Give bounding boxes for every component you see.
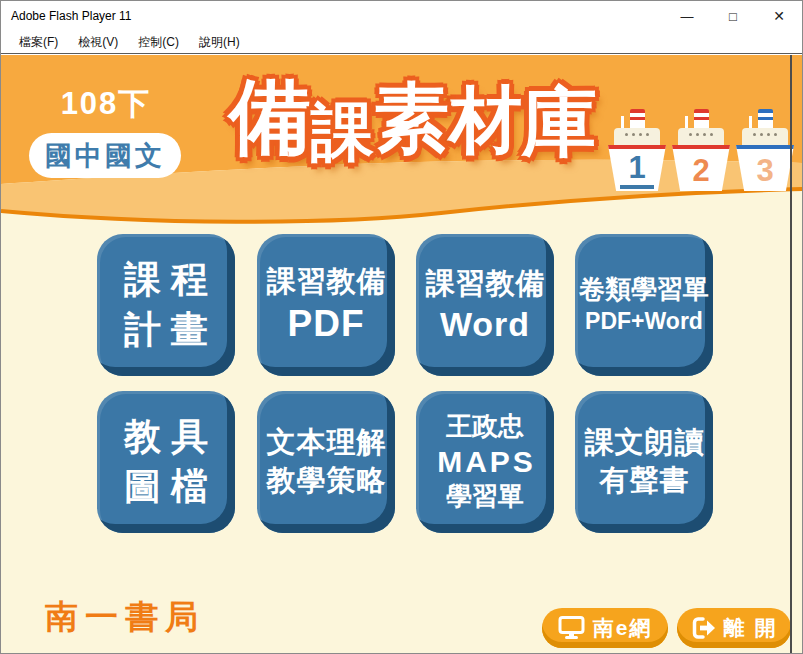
exit-icon — [691, 616, 716, 640]
boat-tab-3[interactable]: 3 — [736, 101, 792, 191]
boat-stripe — [672, 145, 730, 149]
flash-stage: 108下 國中國文 備課素材庫 1 2 — [1, 55, 802, 653]
tile-worksheets-pdf-word[interactable]: 卷類學習單 PDF+Word — [575, 234, 713, 376]
tile-label: 教具 — [114, 412, 218, 462]
tile-maps-worksheet[interactable]: 王政忠 MAPS 學習單 — [416, 391, 554, 533]
menu-help[interactable]: 說明(H) — [189, 31, 250, 53]
tile-teaching-word[interactable]: 課習教備 Word — [416, 234, 554, 376]
tile-label: 學習單 — [446, 480, 524, 514]
nane-button-label: 南e網 — [593, 614, 653, 642]
exit-button-label: 離 開 — [724, 614, 778, 642]
tile-label: 文本理解 — [266, 424, 387, 462]
title-bar: Adobe Flash Player 11 — □ ✕ — [1, 1, 802, 31]
boat-hull: 1 — [608, 145, 666, 191]
menu-bar: 檔案(F) 檢視(V) 控制(C) 說明(H) — [1, 31, 802, 54]
minimize-button[interactable]: — — [664, 1, 710, 31]
boat-funnel-icon — [630, 109, 645, 129]
subject-badge: 國中國文 — [29, 133, 181, 178]
boat-deck — [614, 128, 660, 145]
app-title: 備課素材庫 — [223, 63, 603, 173]
boat-funnel-icon — [758, 109, 773, 129]
tile-audio-book[interactable]: 課文朗讀 有聲書 — [575, 391, 713, 533]
boat-hull: 3 — [736, 145, 794, 191]
maximize-button[interactable]: □ — [710, 1, 756, 31]
tile-label: 課文朗讀 — [584, 424, 705, 462]
publisher-logo: 南一書局 — [45, 595, 205, 640]
tile-label: 課習教備 — [266, 263, 387, 301]
boat-number: 2 — [692, 155, 709, 186]
window-title: Adobe Flash Player 11 — [1, 9, 664, 23]
tile-label: 圖檔 — [114, 462, 218, 512]
tile-course-plan[interactable]: 課程 計畫 — [97, 234, 235, 376]
tile-label: 教學策略 — [266, 462, 387, 500]
window-controls: — □ ✕ — [664, 1, 802, 31]
monitor-icon — [558, 616, 585, 640]
boat-hull: 2 — [672, 145, 730, 191]
tile-label: PDF — [288, 301, 365, 347]
tile-label: 課程 — [114, 255, 218, 305]
tile-text-comprehension[interactable]: 文本理解 教學策略 — [257, 391, 395, 533]
tile-teaching-pdf[interactable]: 課習教備 PDF — [257, 234, 395, 376]
tile-label: PDF+Word — [585, 307, 703, 337]
boat-tab-1[interactable]: 1 — [608, 101, 666, 191]
stage-right-border — [790, 55, 792, 653]
boat-number: 3 — [756, 155, 773, 186]
tile-label: 課習教備 — [425, 265, 546, 303]
tile-label: MAPS — [434, 444, 536, 480]
tile-label: 有聲書 — [599, 462, 690, 500]
flash-player-window: Adobe Flash Player 11 — □ ✕ 檔案(F) 檢視(V) … — [0, 0, 803, 654]
menu-view[interactable]: 檢視(V) — [68, 31, 128, 53]
close-button[interactable]: ✕ — [756, 1, 802, 31]
boat-stripe — [736, 145, 794, 149]
tile-label: Word — [440, 303, 530, 346]
boat-deck — [678, 128, 724, 145]
menu-file[interactable]: 檔案(F) — [9, 31, 68, 53]
boat-tab-2[interactable]: 2 — [672, 101, 730, 191]
exit-button[interactable]: 離 開 — [677, 608, 791, 648]
menu-control[interactable]: 控制(C) — [128, 31, 189, 53]
boat-funnel-icon — [694, 109, 709, 129]
boat-deck — [742, 128, 788, 145]
tile-teaching-aids[interactable]: 教具 圖檔 — [97, 391, 235, 533]
boat-number: 1 — [620, 152, 653, 189]
nane-website-button[interactable]: 南e網 — [542, 608, 668, 648]
tile-label: 計畫 — [114, 305, 218, 355]
tile-label: 卷類學習單 — [579, 273, 709, 307]
tile-label: 王政忠 — [446, 410, 524, 444]
boat-stripe — [608, 145, 666, 149]
semester-label: 108下 — [31, 83, 181, 125]
